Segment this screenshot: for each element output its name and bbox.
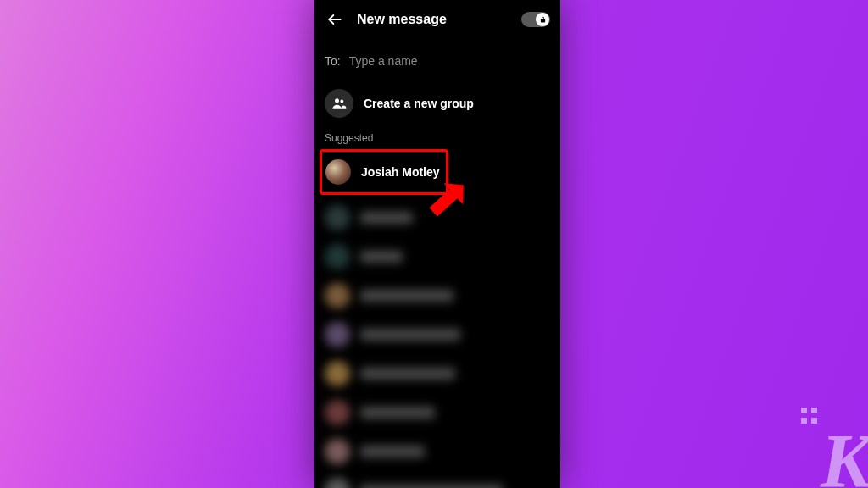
avatar xyxy=(325,283,350,308)
blurred-suggestions xyxy=(325,198,550,488)
back-arrow-icon[interactable] xyxy=(325,9,345,30)
create-group-label: Create a new group xyxy=(364,97,474,110)
phone-screen: New message To: Create a new group Sugge… xyxy=(314,0,560,488)
contact-name xyxy=(360,368,455,380)
list-item[interactable] xyxy=(325,198,550,237)
contact-name xyxy=(360,290,453,302)
contact-name xyxy=(360,485,503,488)
title-bar: New message xyxy=(325,0,550,39)
avatar xyxy=(325,439,350,464)
svg-point-1 xyxy=(335,98,339,103)
list-item[interactable] xyxy=(325,354,550,393)
suggested-heading: Suggested xyxy=(325,132,550,144)
contact-name xyxy=(360,446,425,458)
avatar xyxy=(325,244,350,269)
avatar xyxy=(325,361,350,386)
avatar xyxy=(325,322,350,347)
watermark: K xyxy=(821,418,868,488)
suggested-contact[interactable]: Josiah Motley xyxy=(326,153,442,191)
to-label: To: xyxy=(325,54,341,68)
group-icon xyxy=(325,89,353,118)
contact-name xyxy=(360,212,413,224)
list-item[interactable] xyxy=(325,393,550,432)
create-group-row[interactable]: Create a new group xyxy=(325,83,550,124)
list-item[interactable] xyxy=(325,471,550,488)
avatar xyxy=(325,205,350,230)
svg-point-2 xyxy=(340,100,343,103)
avatar xyxy=(325,400,350,425)
encryption-toggle[interactable] xyxy=(521,12,550,27)
list-item[interactable] xyxy=(325,315,550,354)
list-item[interactable] xyxy=(325,276,550,315)
contact-name xyxy=(360,407,435,419)
list-item[interactable] xyxy=(325,237,550,276)
contact-name xyxy=(360,251,403,263)
contact-name xyxy=(360,329,460,341)
avatar xyxy=(326,159,351,185)
avatar xyxy=(325,478,350,488)
recipient-input[interactable] xyxy=(349,54,550,68)
toggle-knob xyxy=(536,13,549,26)
contact-name: Josiah Motley xyxy=(361,165,440,179)
page-title: New message xyxy=(357,12,509,27)
to-field-row: To: xyxy=(325,44,550,78)
list-item[interactable] xyxy=(325,432,550,471)
highlight-annotation: Josiah Motley xyxy=(320,149,448,195)
watermark-dots-icon xyxy=(801,408,817,424)
